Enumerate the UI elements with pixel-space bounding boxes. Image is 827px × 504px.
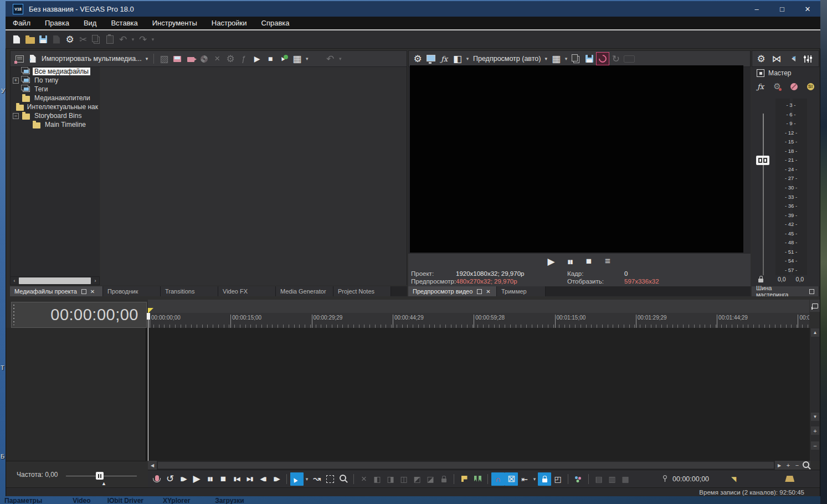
media-tab-project-notes[interactable]: Project Notes xyxy=(333,286,391,296)
lock-event-button[interactable] xyxy=(437,472,450,486)
render-as-button[interactable] xyxy=(50,33,63,46)
master-fx-button[interactable]: ƒx xyxy=(754,80,767,93)
tree-item-main-timeline[interactable]: Main Timeline xyxy=(11,120,100,129)
mixer-routing-button[interactable]: ▤ xyxy=(592,472,605,486)
undock-icon[interactable] xyxy=(81,289,86,294)
save-project-button[interactable] xyxy=(37,33,50,46)
media-tab-проводник[interactable]: Проводник xyxy=(103,286,161,296)
playhead-cap[interactable] xyxy=(147,313,150,320)
video-preview-area[interactable] xyxy=(410,65,743,253)
menu-правка[interactable]: Правка xyxy=(38,17,76,29)
preview-play-button[interactable]: ▶ xyxy=(545,255,558,268)
overlays-dropdown[interactable]: ▾ xyxy=(563,52,569,65)
menu-инструменты[interactable]: Инструменты xyxy=(145,17,204,29)
timeline-hscrollbar[interactable]: ◀ ▶ + − xyxy=(148,461,810,470)
undock-icon[interactable] xyxy=(809,289,814,294)
media-undo-dropdown[interactable]: ▾ xyxy=(337,52,343,65)
delete-button[interactable]: × xyxy=(357,472,371,486)
redo-button[interactable]: ↷ xyxy=(136,33,150,46)
record-button[interactable] xyxy=(150,472,163,486)
insert-marker-button[interactable] xyxy=(458,472,471,486)
zoom-out-track-button[interactable]: − xyxy=(811,441,819,450)
extract-audio-button[interactable] xyxy=(197,52,210,65)
taskbar-item[interactable]: XYplorer xyxy=(163,497,190,504)
search-media-button[interactable] xyxy=(310,52,323,65)
master-fader-handle[interactable] xyxy=(756,156,769,165)
play-button[interactable]: ▶ xyxy=(190,472,203,486)
external-monitor-button[interactable] xyxy=(424,52,438,65)
split-screen-button[interactable]: ◧ xyxy=(451,52,464,65)
marker-tool-button[interactable] xyxy=(810,300,820,312)
tree-item-интеллектуальные-нак[interactable]: Интеллектуальные нак xyxy=(11,102,100,111)
selection-edit-tool[interactable] xyxy=(323,472,337,486)
preview-stop-button[interactable]: ■ xyxy=(264,52,277,65)
split-trim-button[interactable]: ◪ xyxy=(424,472,437,486)
import-media-icon[interactable] xyxy=(26,52,39,65)
media-fx-button[interactable]: ƒ xyxy=(237,52,250,65)
scroll-up-button[interactable]: ▲ xyxy=(811,328,819,337)
lock-envelopes-button[interactable] xyxy=(538,472,551,486)
bus-select-icon[interactable] xyxy=(757,69,764,77)
scroll-right-icon[interactable]: › xyxy=(91,278,99,284)
auto-crossfade-button[interactable]: ⊠ xyxy=(505,472,518,486)
media-offline-button[interactable]: ▨ xyxy=(157,52,171,65)
keyframe-icon[interactable] xyxy=(785,476,794,482)
close-button[interactable]: ✕ xyxy=(795,1,820,17)
hdr-button[interactable] xyxy=(623,52,636,65)
view-mode-dropdown[interactable]: ▾ xyxy=(304,52,310,65)
tree-item-медианакопители[interactable]: Медианакопители xyxy=(11,94,100,102)
menu-файл[interactable]: Файл xyxy=(6,17,38,29)
assignable-fx-button[interactable]: ▦ xyxy=(619,472,632,486)
drag-handle[interactable] xyxy=(13,305,14,325)
next-frame-button[interactable]: ▮▶ xyxy=(270,472,283,486)
audio-bus-button[interactable]: ▥ xyxy=(605,472,619,486)
menu-настройки[interactable]: Настройки xyxy=(204,17,254,29)
redo-dropdown[interactable]: ▾ xyxy=(150,33,156,46)
trim-end-button[interactable]: ◨ xyxy=(384,472,397,486)
close-tab-icon[interactable]: ✕ xyxy=(90,289,95,295)
fader-lock-icon[interactable] xyxy=(758,279,763,282)
view-mode-button[interactable]: ▦ xyxy=(290,52,304,65)
media-tab-media-generator[interactable]: Media Generator xyxy=(276,286,333,296)
tree-item-все-медиафайлы[interactable]: Все медиафайлы xyxy=(11,67,100,76)
minimize-button[interactable]: – xyxy=(744,1,769,17)
media-properties-button[interactable]: ⚙ xyxy=(224,52,237,65)
video-output-fx-button[interactable]: ƒx xyxy=(438,52,451,65)
new-bin-button[interactable] xyxy=(13,52,26,65)
scrollbar-thumb[interactable] xyxy=(158,462,774,469)
scrollbar-thumb[interactable] xyxy=(19,277,91,284)
maximize-button[interactable]: □ xyxy=(769,1,795,17)
media-tab-video-fx[interactable]: Video FX xyxy=(218,286,276,296)
preview-play-button[interactable]: ▶ xyxy=(250,52,264,65)
preview-stop-button[interactable]: ■ xyxy=(582,255,595,268)
undo-button[interactable]: ↶ xyxy=(116,33,130,46)
zoom-in-button[interactable]: + xyxy=(784,461,793,470)
envelope-edit-tool[interactable]: ↝ xyxy=(310,472,323,486)
rate-slider-handle[interactable] xyxy=(96,472,104,480)
ignore-grouping-button[interactable]: ◰ xyxy=(551,472,564,486)
insert-bus-button[interactable]: ⋈ xyxy=(770,52,783,65)
cut-button[interactable]: ✂ xyxy=(76,33,90,46)
prev-frame-button[interactable]: ◀▮ xyxy=(256,472,270,486)
import-media-button[interactable]: Импортировать мультимедиа...▾ xyxy=(39,55,150,63)
zoom-in-track-button[interactable]: + xyxy=(811,426,819,435)
preview-settings-button[interactable]: ⚙ xyxy=(411,52,424,65)
video-output-menu-button[interactable]: ≡ xyxy=(601,255,614,268)
capture-video-button[interactable] xyxy=(184,52,197,65)
remove-media-button[interactable]: × xyxy=(210,52,224,65)
paste-button[interactable] xyxy=(103,33,116,46)
preview-tab-предпросмотр-видео[interactable]: Предпросмотр видео✕ xyxy=(408,286,497,296)
split-screen-dropdown[interactable]: ▾ xyxy=(464,52,471,65)
stop-button[interactable]: ■ xyxy=(217,472,230,486)
loop-region-button[interactable] xyxy=(596,52,609,65)
save-frame-button[interactable] xyxy=(583,52,596,65)
go-to-end-button[interactable]: ▶▮ xyxy=(243,472,256,486)
overlays-button[interactable]: ▦ xyxy=(549,52,563,65)
marker-bar[interactable] xyxy=(148,300,809,313)
auto-ripple-button[interactable]: ⇤ xyxy=(518,472,531,486)
tree-item-storyboard-bins[interactable]: −Storyboard Bins xyxy=(11,111,100,120)
master-settings-button[interactable]: ⚙ xyxy=(754,52,768,65)
capture-screen-button[interactable] xyxy=(171,52,184,65)
timeline-vscrollbar[interactable] xyxy=(810,328,820,461)
preview-quality-button[interactable]: Предпросмотр (авто)▾ xyxy=(471,55,549,63)
